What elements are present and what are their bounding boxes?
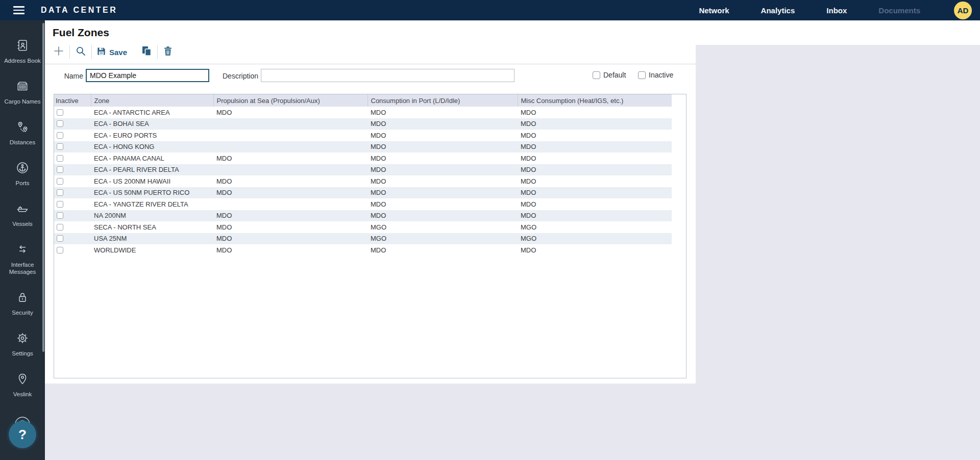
propulsion-cell: MDO (213, 210, 368, 222)
row-inactive-checkbox[interactable] (57, 235, 63, 242)
row-inactive-checkbox[interactable] (57, 120, 63, 127)
hamburger-menu-icon[interactable] (13, 6, 24, 14)
nav-item-network[interactable]: Network (699, 6, 729, 15)
propulsion-cell (213, 130, 368, 141)
misc-cell: MGO (518, 233, 672, 245)
row-inactive-checkbox[interactable] (57, 109, 63, 116)
row-inactive-checkbox[interactable] (57, 166, 63, 173)
propulsion-cell (213, 198, 368, 210)
row-inactive-checkbox[interactable] (57, 178, 63, 185)
description-input[interactable] (261, 69, 514, 82)
copy-button[interactable] (140, 45, 153, 59)
row-inactive-checkbox[interactable] (57, 155, 63, 162)
row-inactive-checkbox[interactable] (57, 189, 63, 196)
table-row[interactable]: ECA - HONG KONG MDO MDO (54, 141, 672, 153)
table-row[interactable]: ECA - ANTARCTIC AREA MDO MDO MDO (54, 107, 672, 118)
navbar-links: Network Analytics Inbox Documents AD (699, 2, 980, 19)
inactive-checkbox-group: Inactive (638, 71, 673, 79)
save-button-label: Save (109, 48, 127, 57)
sidebar-item-cargo-names[interactable]: Cargo Names (4, 80, 41, 105)
save-button[interactable]: Save (96, 46, 127, 58)
consumption-cell: MDO (368, 164, 518, 176)
fuel-zones-panel: Fuel Zones Save (45, 20, 696, 384)
name-input[interactable] (86, 69, 209, 82)
table-row[interactable]: ECA - PEARL RIVER DELTA MDO MDO (54, 164, 672, 176)
table-row[interactable]: ECA - YANGTZE RIVER DELTA MDO MDO (54, 198, 672, 210)
zone-cell: ECA - ANTARCTIC AREA (91, 107, 213, 118)
table-row[interactable]: WORLDWIDE MDO MDO MDO (54, 244, 672, 256)
propulsion-cell: MDO (213, 107, 368, 118)
inactive-checkbox[interactable] (638, 71, 646, 79)
fuel-zones-table-container: Inactive Zone Propulsion at Sea (Propuls… (54, 94, 687, 378)
user-avatar[interactable]: AD (954, 2, 972, 19)
misc-cell: MDO (518, 141, 672, 153)
lock-icon (16, 291, 29, 306)
row-inactive-checkbox[interactable] (57, 201, 63, 208)
header-form: Name Description Default Inactive (45, 64, 696, 94)
table-row[interactable]: ECA - PANAMA CANAL MDO MDO MDO (54, 152, 672, 164)
nav-item-inbox[interactable]: Inbox (826, 6, 847, 15)
misc-cell: MDO (518, 130, 672, 141)
sidebar-item-address-book[interactable]: Address Book (4, 39, 41, 64)
sidebar-item-ports[interactable]: Ports (4, 161, 41, 187)
zone-cell: USA 25NM (91, 233, 213, 245)
table-row[interactable]: ECA - US 50NM PUERTO RICO MDO MDO MDO (54, 187, 672, 199)
delete-button[interactable] (162, 45, 174, 59)
table-row[interactable]: ECA - BOHAI SEA MDO MDO (54, 118, 672, 130)
zone-cell: WORLDWIDE (91, 244, 213, 256)
sidebar-item-veslink[interactable]: Veslink (4, 372, 41, 398)
misc-cell: MDO (518, 198, 672, 210)
search-button[interactable] (75, 45, 87, 59)
row-inactive-checkbox[interactable] (57, 224, 63, 231)
misc-cell: MDO (518, 118, 672, 130)
table-row[interactable]: USA 25NM MDO MGO MGO (54, 233, 672, 245)
table-row[interactable]: SECA - NORTH SEA MDO MGO MGO (54, 221, 672, 233)
table-row[interactable]: NA 200NM MDO MDO MDO (54, 210, 672, 222)
propulsion-cell: MDO (213, 187, 368, 199)
nav-item-documents[interactable]: Documents (878, 6, 920, 15)
zone-cell: ECA - BOHAI SEA (91, 118, 213, 130)
toolbar-divider (91, 45, 92, 59)
table-row[interactable]: ECA - US 200NM HAWAII MDO MDO MDO (54, 175, 672, 187)
column-header-zone[interactable]: Zone (91, 94, 213, 107)
row-inactive-checkbox[interactable] (57, 132, 63, 139)
sidebar-item-settings[interactable]: Settings (4, 331, 41, 357)
nav-item-analytics[interactable]: Analytics (761, 6, 795, 15)
page-title: Fuel Zones (53, 27, 696, 39)
row-inactive-checkbox[interactable] (57, 247, 63, 253)
zone-cell: SECA - NORTH SEA (91, 221, 213, 233)
row-inactive-checkbox[interactable] (57, 143, 63, 150)
sidebar-scrollbar[interactable] (42, 23, 44, 352)
sidebar-item-label: Security (4, 309, 41, 316)
zone-cell: ECA - YANGTZE RIVER DELTA (91, 198, 213, 210)
column-header-misc-consumption[interactable]: Misc Consumption (Heat/IGS, etc.) (518, 94, 672, 107)
sidebar-item-security[interactable]: Security (4, 291, 41, 316)
propulsion-cell: MDO (213, 244, 368, 256)
default-checkbox-group: Default (593, 71, 626, 79)
cargo-container-icon (16, 80, 29, 95)
column-header-inactive[interactable]: Inactive (54, 94, 91, 107)
default-checkbox[interactable] (593, 71, 600, 79)
consumption-cell: MDO (368, 187, 518, 199)
ship-icon (16, 202, 29, 217)
sidebar-item-vessels[interactable]: Vessels (4, 202, 41, 227)
help-button[interactable]: ? (9, 421, 36, 448)
sidebar-item-label: Interface Messages (4, 261, 41, 275)
row-inactive-checkbox[interactable] (57, 212, 63, 219)
consumption-cell: MDO (368, 141, 518, 153)
sidebar-item-interface-messages[interactable]: Interface Messages (4, 243, 41, 275)
inactive-checkbox-label: Inactive (649, 71, 673, 79)
sidebar-item-label: Settings (4, 350, 41, 357)
propulsion-cell: MDO (213, 233, 368, 245)
add-button[interactable] (53, 45, 65, 59)
consumption-cell: MDO (368, 198, 518, 210)
zone-cell: ECA - HONG KONG (91, 141, 213, 153)
sidebar-item-distances[interactable]: Distances (4, 120, 41, 146)
sidebar-item-label: Ports (4, 180, 41, 187)
table-row[interactable]: ECA - EURO PORTS MDO MDO (54, 130, 672, 141)
sidebar-item-label: Vessels (4, 220, 41, 227)
column-header-consumption-in-port[interactable]: Consumption in Port (L/D/Idle) (368, 94, 518, 107)
column-header-propulsion-at-sea[interactable]: Propulsion at Sea (Propulsion/Aux) (213, 94, 368, 107)
sidebar-item-label: Cargo Names (4, 98, 41, 105)
misc-cell: MGO (518, 221, 672, 233)
